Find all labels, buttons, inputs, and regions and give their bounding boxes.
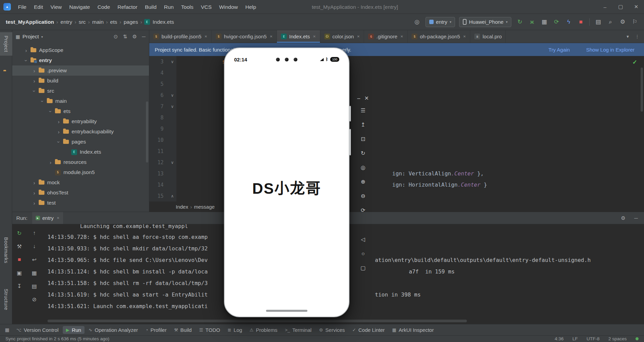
breadcrumb-item[interactable]: test_MyApplication (5, 18, 55, 26)
menu-item[interactable]: Refactor (114, 0, 141, 14)
tree-row[interactable]: AppScope (12, 45, 149, 55)
tool-button-project[interactable]: Project (0, 32, 12, 56)
tree-row[interactable]: test (12, 198, 149, 208)
hide-panel-icon[interactable]: ─ (632, 215, 640, 221)
coverage-icon[interactable]: ▦ (540, 18, 549, 25)
editor-tab[interactable]: color.json ✕ (320, 30, 364, 43)
tab-close-icon[interactable]: ✕ (57, 216, 59, 220)
project-view-icon[interactable]: ▦ (16, 34, 20, 39)
device-select[interactable]: Huawei_Phone ▾ (459, 17, 511, 27)
editor-tab[interactable]: Index.ets ✕ (277, 30, 320, 43)
chevron-icon[interactable] (31, 78, 38, 84)
tree-row[interactable]: resources (12, 157, 149, 167)
fold-icon[interactable] (168, 59, 176, 64)
encoding[interactable]: UTF-8 (587, 336, 600, 341)
chevron-icon[interactable] (31, 200, 38, 206)
menu-item[interactable]: Edit (30, 0, 47, 14)
bottom-tab-terminal[interactable]: >_ Terminal (282, 326, 315, 334)
horizontal-scrollbar[interactable] (48, 320, 467, 322)
run-config-select[interactable]: entry ▾ (425, 17, 455, 27)
breadcrumb-item[interactable]: src (78, 18, 87, 26)
bottom-tab-todo[interactable]: ☰ TODO (196, 326, 224, 334)
menu-icon[interactable]: ☰ (361, 107, 365, 114)
run-tab-entry[interactable]: entry ✕ (32, 212, 63, 224)
tab-close-icon[interactable]: ✕ (205, 35, 207, 38)
chevron-icon[interactable] (31, 180, 38, 186)
chevron-icon[interactable] (55, 119, 62, 125)
chevron-icon[interactable] (47, 159, 54, 165)
chevron-icon[interactable] (48, 108, 54, 115)
tree-row[interactable]: entry (12, 55, 149, 65)
build-icon[interactable]: ⚒ (17, 242, 22, 250)
more-options-icon[interactable]: ⋮ (632, 34, 642, 39)
bottom-tab-services[interactable]: ⚙ Services (316, 326, 348, 334)
tree-row[interactable]: Index.ets (12, 147, 149, 157)
bottom-tab-operation-analyzer[interactable]: ∿ Operation Analyzer (85, 326, 141, 334)
bottom-tab-version-control[interactable]: ⌥ Version Control (13, 326, 62, 334)
stop-icon[interactable]: ■ (18, 255, 21, 264)
chevron-icon[interactable] (31, 190, 38, 196)
menu-item[interactable]: File (14, 0, 30, 14)
down-stack-icon[interactable]: ↓ (33, 242, 36, 250)
tab-close-icon[interactable]: ✕ (313, 35, 316, 38)
scroll-end-icon[interactable]: ▦ (32, 269, 37, 277)
pin-icon[interactable]: ↧ (17, 282, 21, 290)
tool-button-structure[interactable]: Structure (0, 285, 12, 314)
rerun-icon[interactable]: ↻ (515, 18, 524, 25)
profiler-icon[interactable]: ϟ (564, 19, 573, 25)
fold-icon[interactable] (168, 93, 176, 98)
fold-icon[interactable] (168, 194, 176, 198)
chevron-icon[interactable] (32, 87, 37, 95)
tab-close-icon[interactable]: ✕ (463, 35, 466, 38)
rerun-icon[interactable]: ↻ (17, 229, 21, 237)
breadcrumb-item[interactable]: main (91, 18, 105, 26)
close-button[interactable]: ✕ (628, 0, 644, 14)
volume-down-icon[interactable]: ⊖ (361, 193, 365, 200)
tree-row[interactable]: entryability (12, 116, 149, 127)
chevron-icon[interactable] (56, 138, 62, 146)
home-icon[interactable]: ○ (361, 250, 365, 257)
line-ending[interactable]: LF (572, 336, 578, 341)
status-message[interactable]: Sync project finished in 2 s 636 ms (5 m… (5, 336, 109, 341)
restore-button[interactable]: ▢ (613, 0, 628, 14)
phone-emulator[interactable]: 02:14 ᛒ 100 DS小龙哥 (224, 48, 349, 317)
scrollbar[interactable] (146, 101, 148, 163)
recents-icon[interactable]: ▢ (360, 265, 365, 271)
bottom-tab-problems[interactable]: ⚠ Problems (246, 326, 281, 334)
location-icon[interactable]: ◎ (361, 164, 365, 171)
back-icon[interactable]: ◁ (361, 236, 365, 243)
menu-item[interactable]: Code (94, 0, 114, 14)
stop-icon[interactable]: ■ (576, 19, 585, 25)
inspection-ok-icon[interactable]: ✓ (632, 59, 637, 66)
fold-icon[interactable] (168, 104, 176, 109)
fold-icon[interactable] (168, 160, 176, 165)
notifications-icon[interactable]: ⚐ (630, 18, 639, 25)
tool-window-switcher-icon[interactable]: ▦ (2, 327, 12, 332)
menu-item[interactable]: Help (242, 0, 260, 14)
chevron-icon[interactable] (55, 129, 62, 135)
breadcrumb-item[interactable]: entry (59, 18, 73, 26)
expand-collapse-icon[interactable]: ⇅ (123, 34, 127, 40)
editor-tab[interactable]: local.pro ✕ (470, 30, 506, 43)
rotate-icon[interactable]: ↻ (361, 150, 365, 157)
tree-row[interactable]: entrybackupability (12, 127, 149, 137)
settings-icon[interactable]: ⚙ (132, 34, 137, 40)
scroll-top-icon[interactable]: ↥ (361, 121, 365, 128)
tab-close-icon[interactable]: ✕ (270, 35, 272, 38)
minimize-icon[interactable]: – (357, 95, 360, 102)
settings-icon[interactable]: ⚙ (618, 18, 627, 25)
tree-row[interactable]: mock (12, 177, 149, 188)
code-editor[interactable]: 3 struct Inde 4 @State me (149, 56, 644, 202)
orientation-icon[interactable]: ⟳ (361, 207, 365, 214)
bottom-tab-arkui-inspector[interactable]: ▦ ArkUI Inspector (389, 326, 437, 334)
project-panel-title[interactable]: Project (22, 34, 39, 40)
tree-row[interactable]: ets (12, 106, 149, 116)
scrollbar[interactable] (640, 56, 644, 202)
print-icon[interactable]: ▤ (32, 282, 37, 290)
debug-icon[interactable]: ж (528, 19, 536, 25)
tree-row[interactable]: main (12, 96, 149, 106)
breadcrumb-item[interactable]: ets (109, 18, 118, 26)
screenshot-icon[interactable]: ⊡ (361, 136, 365, 142)
menu-item[interactable]: View (47, 0, 65, 14)
editor-tab[interactable]: hvigor-config.json5 ✕ (212, 30, 277, 43)
